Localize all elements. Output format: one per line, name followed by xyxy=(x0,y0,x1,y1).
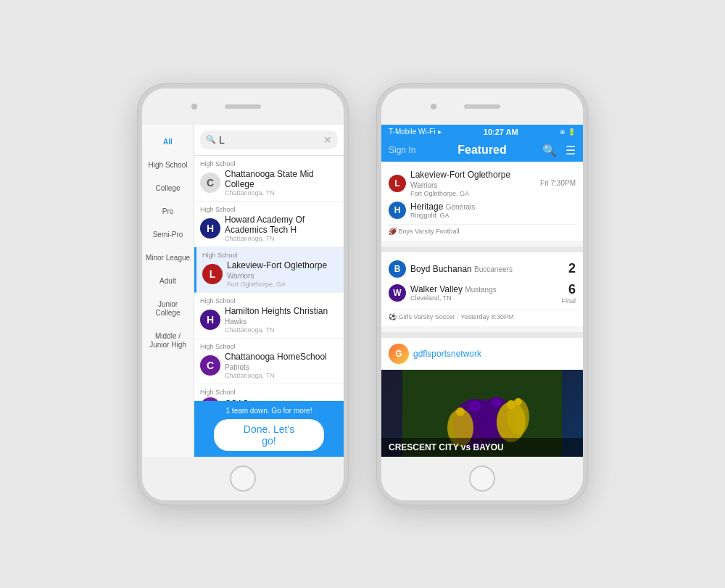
result-item-5[interactable]: High School C CSAS Patriots Chattanooga,… xyxy=(194,384,344,401)
team-row-walkerv: W Walker Valley Mustangs Cleveland, TN 6 xyxy=(389,280,576,307)
lakeview-mascot: Warriors xyxy=(410,181,437,189)
status-time: 10:27 AM xyxy=(484,128,518,136)
bluetooth-icon: ⊕ xyxy=(560,128,566,136)
phone-1-speaker xyxy=(225,104,261,109)
sidebar-item-all[interactable]: All xyxy=(142,131,194,154)
result-item-0[interactable]: High School C Chattanooga State Mid Coll… xyxy=(194,156,344,202)
sidebar-item-pro[interactable]: Pro xyxy=(142,200,194,223)
football-icon: 🏈 xyxy=(389,228,397,235)
team-row-boyd: B Boyd Buchanan Buccaneers 2 xyxy=(389,258,576,280)
result-item-2[interactable]: High School L Lakeview-Fort Oglethorpe W… xyxy=(194,247,344,293)
media-overlay: CRESCENT CITY vs BAYOU xyxy=(381,438,583,457)
sidebar-item-college[interactable]: College xyxy=(142,177,194,200)
boyd-name: Boyd Buchanan Buccaneers xyxy=(410,264,554,274)
results-list: High School C Chattanooga State Mid Coll… xyxy=(194,156,344,401)
boyd-score: 2 xyxy=(558,261,576,276)
game-teams-2: B Boyd Buchanan Buccaneers 2 W xyxy=(389,258,576,307)
team-mascot-2: Warriors xyxy=(227,272,254,280)
heritage-info: Heritage Generals Ringgold, GA xyxy=(410,202,576,219)
team-logo-4: C xyxy=(200,355,220,376)
result-row-0: C Chattanooga State Mid College Chattano… xyxy=(200,169,338,196)
sidebar-item-minor-league[interactable]: Minor League xyxy=(142,247,194,270)
team-location-2: Fort Oglethorpe, GA xyxy=(227,281,338,288)
game1-footer: 🏈 Boys Varsity Football xyxy=(389,224,576,235)
team-info-1: Howard Academy Of Academics Tech H Chatt… xyxy=(225,215,338,242)
search-nav-icon[interactable]: 🔍 xyxy=(542,144,557,157)
search-bar: 🔍 L ✕ xyxy=(194,125,344,156)
team-logo-0: C xyxy=(200,173,220,193)
clear-button[interactable]: ✕ xyxy=(323,134,332,146)
team-location-1: Chattanooga, TN xyxy=(225,235,338,242)
status-left: T-Mobile Wi-Fi ▸ xyxy=(389,128,442,136)
search-main: 🔍 L ✕ High School C Chattanoo xyxy=(194,125,344,457)
heritage-location: Ringgold, GA xyxy=(410,212,576,219)
sign-in-button[interactable]: Sign In xyxy=(389,145,436,155)
phones-container: All High School College Pro Semi-Pro Min… xyxy=(138,84,587,505)
boyd-info: Boyd Buchanan Buccaneers xyxy=(410,264,554,274)
game1-time: Fri 7:30PM xyxy=(532,179,576,187)
game1-league: Boys Varsity Football xyxy=(399,228,460,235)
lakeview-location: Fort Oglethorpe, GA xyxy=(410,190,528,197)
search-value: L xyxy=(219,134,320,146)
phone-2: T-Mobile Wi-Fi ▸ 10:27 AM ⊕ 🔋 Sign In Fe… xyxy=(377,84,587,505)
phone-1-camera xyxy=(191,104,197,109)
sidebar-item-middle-junior-high[interactable]: Middle / Junior High xyxy=(142,325,194,357)
result-item-1[interactable]: High School H Howard Academy Of Academic… xyxy=(194,202,344,247)
game2-footer: ⚽ Girls Varsity Soccer · Yesterday 8:30P… xyxy=(389,310,576,320)
result-label-4: High School xyxy=(200,343,338,350)
game-teams-1: L Lakeview-Fort Oglethorpe Warriors Fort… xyxy=(389,167,576,221)
game-card-1[interactable]: L Lakeview-Fort Oglethorpe Warriors Fort… xyxy=(381,162,583,241)
phone-2-home-button[interactable] xyxy=(469,465,495,492)
sidebar-item-junior-college[interactable]: Junior College xyxy=(142,293,194,325)
team-mascot-3: Hawks xyxy=(225,318,246,326)
soccer-icon: ⚽ xyxy=(389,313,397,320)
status-right: ⊕ 🔋 xyxy=(560,128,576,136)
team-name-3: Hamilton Heights Christian Hawks xyxy=(225,306,338,326)
lakeview-info: Lakeview-Fort Oglethorpe Warriors Fort O… xyxy=(410,170,528,197)
result-row-4: C Chattanooga HomeSchool Patriots Chatta… xyxy=(200,352,338,379)
carrier-text: T-Mobile Wi-Fi xyxy=(389,128,435,136)
done-button[interactable]: Done. Let's go! xyxy=(214,419,324,451)
svg-point-8 xyxy=(469,400,481,412)
sidebar-item-semi-pro[interactable]: Semi-Pro xyxy=(142,223,194,247)
walkerv-logo: W xyxy=(389,284,406,302)
phone-1-screen: All High School College Pro Semi-Pro Min… xyxy=(142,125,344,457)
sidebar: All High School College Pro Semi-Pro Min… xyxy=(142,125,194,457)
featured-ui: T-Mobile Wi-Fi ▸ 10:27 AM ⊕ 🔋 Sign In Fe… xyxy=(381,125,583,457)
phone-1-home-button[interactable] xyxy=(230,465,256,492)
team-row-heritage: H Heritage Generals Ringgold, GA xyxy=(389,199,576,221)
bottom-bar: 1 team down. Go for more! Done. Let's go… xyxy=(194,401,344,457)
phone-1-bottom xyxy=(142,457,344,500)
walkerv-score: 6 xyxy=(558,282,576,297)
team-logo-3: H xyxy=(200,310,220,330)
menu-icon[interactable]: ☰ xyxy=(566,144,576,157)
phone-2-speaker xyxy=(464,104,500,109)
media-logo: G xyxy=(389,344,409,364)
search-ui: All High School College Pro Semi-Pro Min… xyxy=(142,125,344,457)
phone-2-camera xyxy=(431,104,436,109)
media-card[interactable]: G gdflsportsnetwork xyxy=(381,338,583,457)
game-card-2[interactable]: B Boyd Buchanan Buccaneers 2 W xyxy=(381,252,583,326)
nav-title: Featured xyxy=(436,144,529,157)
featured-scroll[interactable]: L Lakeview-Fort Oglethorpe Warriors Fort… xyxy=(381,162,583,457)
nav-icons: 🔍 ☰ xyxy=(529,144,576,157)
game2-final: Final xyxy=(558,297,576,305)
team-name-2: Lakeview-Fort Oglethorpe Warriors xyxy=(227,260,338,281)
team-info-2: Lakeview-Fort Oglethorpe Warriors Fort O… xyxy=(227,260,338,288)
boyd-mascot: Buccaneers xyxy=(474,265,513,273)
result-item-4[interactable]: High School C Chattanooga HomeSchool Pat… xyxy=(194,339,344,384)
sidebar-item-adult[interactable]: Adult xyxy=(142,270,194,293)
team-location-0: Chattanooga, TN xyxy=(225,189,338,196)
heritage-name: Heritage Generals xyxy=(410,202,576,212)
result-item-3[interactable]: High School H Hamilton Heights Christian… xyxy=(194,293,344,339)
search-icon: 🔍 xyxy=(206,135,216,144)
team-location-3: Chattanooga, TN xyxy=(225,326,338,334)
sidebar-item-high-school[interactable]: High School xyxy=(142,154,194,177)
result-label-1: High School xyxy=(200,206,338,213)
svg-point-9 xyxy=(492,397,502,407)
divider-2 xyxy=(381,332,583,338)
team-mascot-4: Patriots xyxy=(225,363,249,371)
walkerv-mascot: Mustangs xyxy=(465,286,496,294)
svg-point-12 xyxy=(515,398,522,405)
search-input-wrap[interactable]: 🔍 L ✕ xyxy=(200,131,338,149)
